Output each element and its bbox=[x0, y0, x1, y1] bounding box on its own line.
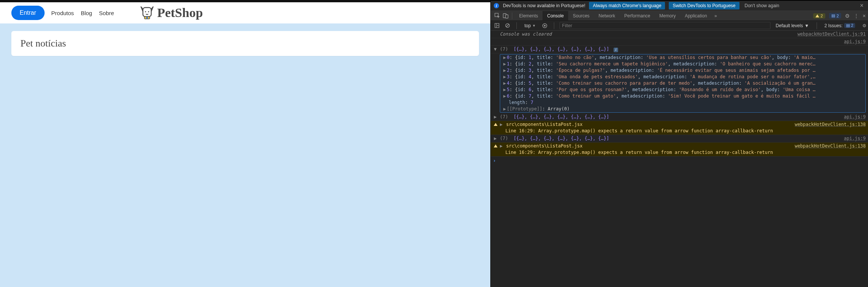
source-link[interactable]: api.js:9 bbox=[840, 39, 866, 45]
issues-chip[interactable]: 2 Issues: ▤ 2 bbox=[822, 23, 857, 28]
infobar-switch-button[interactable]: Switch DevTools to Portuguese bbox=[669, 2, 739, 9]
levels-label: Default levels bbox=[776, 23, 803, 28]
tab-sources[interactable]: Sources bbox=[568, 11, 594, 20]
nav-produtos[interactable]: Produtos bbox=[51, 10, 74, 16]
array-entry[interactable]: ▶0: {id: 1, title: 'Banho no cão', metad… bbox=[500, 54, 865, 61]
chevron-right-icon[interactable]: ▶ bbox=[503, 81, 506, 86]
chevron-right-icon[interactable]: ▶ bbox=[500, 122, 502, 127]
infobar-text: DevTools is now available in Portuguese! bbox=[503, 3, 585, 8]
chevron-right-icon[interactable]: ▶ bbox=[494, 136, 497, 141]
console-settings-gear-icon[interactable]: ⚙ bbox=[860, 22, 868, 29]
array-preview: [{…}, {…}, {…}, {…}, {…}, {…}, {…}] bbox=[513, 47, 609, 52]
console-row-array-collapsed[interactable]: ▶ (7) [{…}, {…}, {…}, {…}, {…}, {…}, {…}… bbox=[491, 113, 868, 121]
messages-chip[interactable]: ▤ 2 bbox=[829, 13, 841, 19]
chevron-right-icon[interactable]: ▶ bbox=[503, 93, 506, 99]
app-pane: Entrar Produtos Blog Sobre PetShop bbox=[0, 0, 490, 287]
messages-count: 2 bbox=[837, 14, 839, 18]
issues-count: ▤ 2 bbox=[844, 23, 855, 28]
context-selector[interactable]: top ▼ bbox=[522, 22, 538, 29]
device-toolbar-icon[interactable] bbox=[501, 12, 510, 20]
console-body[interactable]: Console was cleared webpackHotDevClient.… bbox=[491, 31, 868, 287]
console-row-api1: api.js:9 bbox=[491, 38, 868, 46]
array-entry[interactable]: ▶3: {id: 4, title: 'Uma onda de pets est… bbox=[500, 74, 865, 80]
source-link[interactable]: webpackHotDevClient.js:138 bbox=[791, 121, 866, 134]
clear-console-icon[interactable] bbox=[504, 22, 511, 29]
caret-down-icon: ▼ bbox=[532, 24, 536, 28]
devtools-close-icon[interactable]: × bbox=[863, 13, 866, 19]
infobar-close-icon[interactable]: × bbox=[859, 2, 865, 9]
warnings-chip[interactable]: 2 bbox=[813, 13, 825, 19]
warning-triangle-icon bbox=[494, 123, 498, 126]
separator bbox=[817, 22, 817, 29]
chevron-right-icon[interactable]: ▶ bbox=[494, 114, 497, 119]
array-entries-box: ▶0: {id: 1, title: 'Banho no cão', metad… bbox=[500, 54, 866, 113]
chevron-right-icon[interactable]: ▶ bbox=[503, 74, 506, 79]
chevron-right-icon[interactable]: ▶ bbox=[500, 143, 502, 149]
console-prompt[interactable]: › bbox=[491, 157, 868, 165]
chevron-down-icon[interactable]: ▼ bbox=[494, 47, 497, 52]
array-length-row: length: 7 bbox=[500, 99, 865, 106]
cleared-text: Console was cleared bbox=[499, 31, 794, 37]
login-button[interactable]: Entrar bbox=[11, 6, 45, 20]
source-link[interactable]: api.js:9 bbox=[840, 135, 866, 142]
console-row-array-expanded[interactable]: ▼ (7) [{…}, {…}, {…}, {…}, {…}, {…}, {…}… bbox=[491, 46, 868, 53]
more-tabs-icon[interactable]: » bbox=[711, 12, 720, 20]
tab-elements[interactable]: Elements bbox=[515, 11, 542, 20]
warning-triangle-icon bbox=[815, 14, 819, 17]
chevron-right-icon[interactable]: ▶ bbox=[503, 55, 506, 60]
nav-sobre[interactable]: Sobre bbox=[99, 10, 114, 16]
message-icon: ▤ bbox=[831, 13, 835, 18]
log-levels-select[interactable]: Default levels ▼ bbox=[773, 23, 811, 28]
context-label: top bbox=[524, 23, 531, 28]
info-badge-icon[interactable]: i bbox=[614, 48, 618, 52]
separator bbox=[516, 22, 517, 29]
array-length: (7) bbox=[500, 47, 508, 52]
array-prototype-row[interactable]: ▶[[Prototype]]: Array(0) bbox=[500, 106, 865, 112]
svg-rect-8 bbox=[495, 23, 499, 28]
console-row-warning[interactable]: ▶ src\components\ListaPost.jsx Line 16:2… bbox=[491, 121, 868, 135]
array-length: (7) bbox=[500, 136, 508, 141]
array-entry[interactable]: ▶6: {id: 7, title: 'Como treinar um gato… bbox=[500, 93, 865, 99]
console-filter-input[interactable] bbox=[560, 22, 770, 29]
tab-memory[interactable]: Memory bbox=[655, 11, 680, 20]
console-sidebar-toggle-icon[interactable] bbox=[493, 22, 501, 29]
array-preview: [{…}, {…}, {…}, {…}, {…}, {…}, {…}] bbox=[513, 136, 609, 141]
dog-logo-icon bbox=[140, 5, 154, 20]
live-expression-icon[interactable] bbox=[541, 22, 549, 29]
infobar-match-button[interactable]: Always match Chrome's language bbox=[589, 2, 665, 9]
console-row-cleared: Console was cleared webpackHotDevClient.… bbox=[491, 31, 868, 38]
tab-network[interactable]: Network bbox=[594, 11, 620, 20]
devtools-tabs: Elements Console Sources Network Perform… bbox=[491, 11, 868, 21]
console-row-warning[interactable]: ▶ src\components\ListaPost.jsx Line 16:2… bbox=[491, 143, 868, 157]
news-card: Pet notícias bbox=[11, 31, 479, 56]
svg-point-1 bbox=[145, 11, 146, 12]
infobar-dont-show[interactable]: Don't show again bbox=[745, 3, 780, 8]
chevron-right-icon[interactable]: ▶ bbox=[503, 87, 506, 92]
tab-console[interactable]: Console bbox=[542, 11, 568, 20]
console-row-array-collapsed[interactable]: ▶ (7) [{…}, {…}, {…}, {…}, {…}, {…}, {…}… bbox=[491, 135, 868, 143]
warning-triangle-icon bbox=[494, 144, 498, 147]
array-entry[interactable]: ▶1: {id: 2, title: 'Seu cachorro merece … bbox=[500, 61, 865, 67]
array-entry[interactable]: ▶5: {id: 6, title: 'Por que os gatos ros… bbox=[500, 87, 865, 93]
array-entry[interactable]: ▶2: {id: 3, title: 'Época de pulgas?', m… bbox=[500, 67, 865, 74]
array-preview: [{…}, {…}, {…}, {…}, {…}, {…}, {…}] bbox=[513, 114, 609, 119]
source-link[interactable]: webpackHotDevClient.js:138 bbox=[791, 143, 866, 156]
svg-line-11 bbox=[506, 24, 509, 27]
brand-name: PetShop bbox=[157, 6, 203, 20]
array-entry[interactable]: ▶4: {id: 5, title: 'Como treinar seu cac… bbox=[500, 80, 865, 87]
chevron-right-icon[interactable]: ▶ bbox=[503, 106, 506, 112]
nav-blog[interactable]: Blog bbox=[81, 10, 92, 16]
source-link[interactable]: api.js:9 bbox=[840, 114, 866, 120]
tab-application[interactable]: Application bbox=[680, 11, 711, 20]
more-menu-icon[interactable]: ⋮ bbox=[854, 13, 859, 19]
settings-gear-icon[interactable]: ⚙ bbox=[845, 13, 850, 19]
tab-performance[interactable]: Performance bbox=[620, 11, 655, 20]
chevron-right-icon[interactable]: ▶ bbox=[503, 61, 506, 67]
devtools-pane: i DevTools is now available in Portugues… bbox=[490, 0, 868, 287]
array-length: (7) bbox=[500, 114, 508, 119]
chevron-right-icon[interactable]: ▶ bbox=[503, 68, 506, 73]
svg-point-2 bbox=[148, 11, 149, 12]
source-link[interactable]: webpackHotDevClient.js:91 bbox=[794, 31, 866, 37]
inspect-element-icon[interactable] bbox=[493, 12, 501, 20]
app-header: Entrar Produtos Blog Sobre PetShop bbox=[0, 2, 490, 23]
